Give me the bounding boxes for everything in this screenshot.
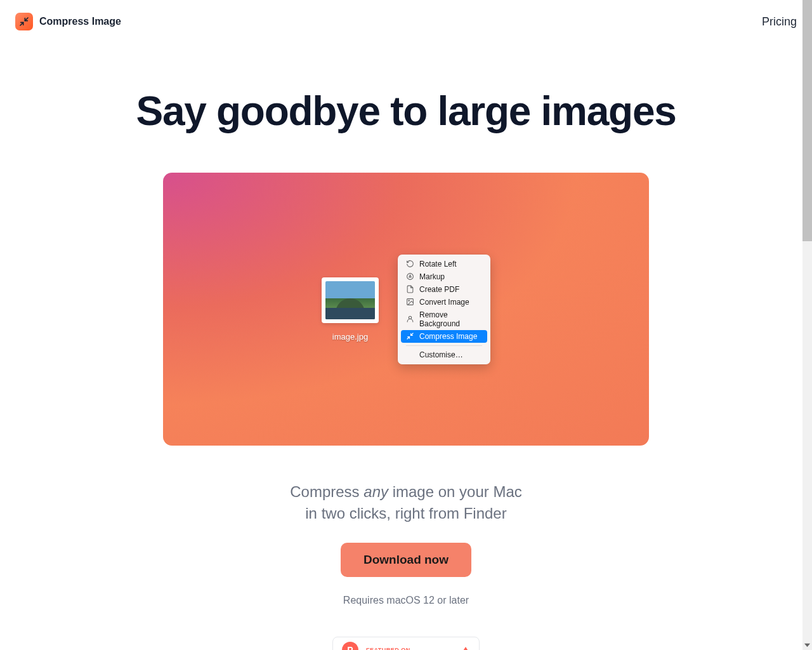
hero-image: image.jpg Rotate Left Markup Create PDF: [163, 173, 649, 446]
featured-badge[interactable]: P FEATURED ON: [332, 637, 480, 650]
brand-name: Compress Image: [39, 16, 121, 27]
svg-point-4: [409, 300, 410, 302]
menu-item-convert-image[interactable]: Convert Image: [401, 296, 487, 308]
menu-item-compress-image[interactable]: Compress Image: [401, 330, 487, 343]
compress-icon: [406, 332, 414, 340]
svg-marker-8: [804, 644, 810, 647]
subtitle: Compress any image on your Mac in two cl…: [290, 481, 522, 524]
file-preview: image.jpg: [322, 277, 379, 342]
menu-item-markup[interactable]: Markup: [401, 270, 487, 283]
download-button[interactable]: Download now: [341, 543, 471, 577]
menu-label: Convert Image: [419, 298, 469, 307]
hero-title: Say goodbye to large images: [136, 88, 676, 135]
menu-label: Remove Background: [419, 310, 482, 328]
file-thumbnail: [322, 277, 379, 323]
blank-icon: [406, 350, 414, 359]
menu-label: Compress Image: [419, 332, 477, 341]
menu-item-customise[interactable]: Customise…: [401, 348, 487, 361]
main-content: Say goodbye to large images image.jpg Ro…: [0, 43, 812, 650]
context-menu: Rotate Left Markup Create PDF Convert Im…: [398, 255, 490, 364]
compress-icon: [15, 13, 33, 30]
menu-item-rotate-left[interactable]: Rotate Left: [401, 258, 487, 270]
menu-divider: [406, 345, 482, 346]
svg-point-5: [409, 316, 411, 319]
featured-label: FEATURED ON: [366, 647, 410, 650]
menu-label: Create PDF: [419, 285, 459, 294]
menu-label: Markup: [419, 272, 445, 281]
scrollbar[interactable]: [802, 0, 812, 650]
rotate-icon: [406, 260, 414, 268]
person-icon: [406, 315, 414, 323]
file-label: image.jpg: [332, 332, 368, 342]
menu-label: Customise…: [419, 350, 463, 359]
logo-area[interactable]: Compress Image: [15, 13, 121, 30]
requirement-text: Requires macOS 12 or later: [343, 595, 469, 606]
markup-icon: [406, 272, 414, 281]
image-icon: [406, 298, 414, 306]
svg-point-2: [407, 274, 414, 280]
scrollbar-down-arrow[interactable]: [802, 640, 812, 650]
menu-item-remove-background[interactable]: Remove Background: [401, 308, 487, 330]
upvote-icon: [461, 647, 470, 650]
nav-pricing[interactable]: Pricing: [762, 15, 797, 29]
header: Compress Image Pricing: [0, 0, 812, 43]
scrollbar-thumb[interactable]: [802, 0, 812, 241]
menu-item-create-pdf[interactable]: Create PDF: [401, 283, 487, 296]
menu-label: Rotate Left: [419, 260, 457, 269]
product-hunt-icon: P: [342, 642, 358, 650]
document-icon: [406, 285, 414, 293]
